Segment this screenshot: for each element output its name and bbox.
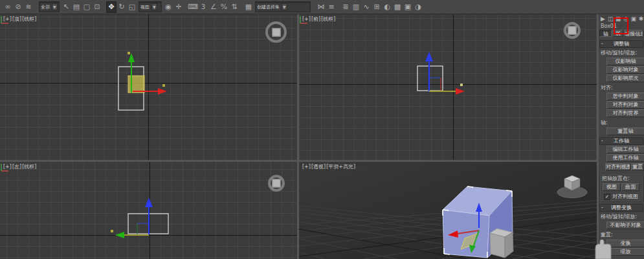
gizmo-x-arrowhead[interactable] xyxy=(158,88,167,95)
reset-button[interactable]: 重置 xyxy=(631,163,644,171)
select-and-link-icon[interactable]: ∞ xyxy=(3,1,13,13)
tab-modify[interactable]: ◫ xyxy=(608,16,614,22)
front-view-scene xyxy=(299,14,597,160)
viewcube[interactable] xyxy=(265,21,287,43)
viewport-menu-plus[interactable]: [+] xyxy=(302,16,311,22)
affect-object-only-button[interactable]: 仅影响对象 xyxy=(606,66,644,74)
3dsmax-window: ∞⊘≋全部▼↖▤▢⊡✥↻◱视图▼◉✛⌨3∠%⇅▦创建选择集▼⋈≡≣▥∿⊞◐▩▣◑… xyxy=(0,0,644,259)
viewport-front[interactable]: [+][前][线框] xyxy=(299,14,597,160)
center-to-object-button[interactable]: 居中到对象 xyxy=(606,93,644,100)
render-production-icon[interactable]: ◑ xyxy=(413,1,423,13)
schematic-view-icon[interactable]: ⊞ xyxy=(372,1,382,13)
reset-scale-button[interactable]: 缩放 xyxy=(606,248,644,256)
window-crossing-icon[interactable]: ⊡ xyxy=(92,1,102,13)
select-object-icon[interactable]: ↖ xyxy=(61,1,71,13)
viewport-menu-view[interactable]: [左] xyxy=(12,164,21,170)
gizmo-y-arrowhead[interactable] xyxy=(115,232,124,238)
viewcube[interactable] xyxy=(557,175,587,198)
gizmo-z-arrowhead[interactable] xyxy=(425,52,433,62)
align-to-view-checkbox[interactable]: ✓ xyxy=(604,194,610,200)
select-and-manipulate-icon[interactable]: ✛ xyxy=(173,1,184,13)
gizmo-plane-handle[interactable] xyxy=(128,76,144,93)
gizmo-y-arrowhead[interactable] xyxy=(128,53,135,62)
viewcube-face[interactable] xyxy=(272,28,280,36)
chevron-down-icon[interactable]: ▼ xyxy=(52,3,58,10)
percent-snap-icon[interactable]: % xyxy=(219,1,229,13)
select-by-name-icon[interactable]: ▤ xyxy=(71,1,82,13)
viewport-menu-shading[interactable]: [平滑+高光] xyxy=(326,164,355,170)
affect-hierarchy-only-button[interactable]: 仅影响层次 xyxy=(606,74,644,82)
viewport-menu-shading[interactable]: [线框] xyxy=(22,164,36,170)
mirror-icon[interactable]: ⋈ xyxy=(316,1,326,13)
viewport-menu-plus[interactable]: [+] xyxy=(3,16,12,22)
place-pivot-view-button[interactable]: 视图 xyxy=(603,183,621,191)
affect-pivot-only-button[interactable]: 仅影响轴 xyxy=(606,58,644,65)
snap-toggle-3d-icon[interactable]: 3 xyxy=(198,1,208,13)
chevron-down-icon[interactable]: ▼ xyxy=(151,3,157,10)
sep1 xyxy=(34,1,38,13)
render-setup-icon[interactable]: ▩ xyxy=(392,1,403,13)
gray-cube-object[interactable] xyxy=(490,229,513,258)
unlink-selection-icon[interactable]: ⊘ xyxy=(13,1,23,13)
viewport-menu-view[interactable]: [顶] xyxy=(12,16,21,22)
place-pivot-group: 把轴放置在: 视图 曲面 ✓ 对齐到视图 xyxy=(599,173,643,202)
rollout-header[interactable]: -工作轴 xyxy=(599,137,643,145)
viewport-perspective[interactable]: [+][透视][平滑+高光] xyxy=(299,162,597,259)
align-to-object-button[interactable]: 对齐到对象 xyxy=(606,101,644,109)
angle-snap-icon[interactable]: ∠ xyxy=(208,1,219,13)
gizmo-z-arrowhead[interactable] xyxy=(145,197,153,207)
viewport-menu-shading[interactable]: [线框] xyxy=(321,16,335,22)
viewport-left-label: [+][左][线框] xyxy=(3,163,37,170)
viewcube[interactable] xyxy=(268,175,285,192)
rollout-header[interactable]: -调整变换 xyxy=(599,204,643,212)
viewport-left[interactable]: [+][左][线框] xyxy=(0,162,297,259)
perspective-scene xyxy=(299,162,597,259)
material-editor-icon[interactable]: ◐ xyxy=(382,1,392,13)
select-and-scale-icon[interactable]: ◱ xyxy=(127,1,137,13)
viewcube[interactable] xyxy=(564,22,581,39)
chevron-down-icon[interactable]: ▼ xyxy=(282,3,287,10)
reset-pivot-button[interactable]: 重置轴 xyxy=(606,128,644,135)
align-to-view-button[interactable]: 对齐到视图 xyxy=(605,163,630,171)
use-working-pivot-button[interactable]: 使用工作轴 xyxy=(606,154,644,162)
viewport-top[interactable]: [+][顶][线框] xyxy=(0,14,297,160)
viewport-menu-plus[interactable]: [+] xyxy=(302,164,311,170)
viewport-menu-shading[interactable]: [线框] xyxy=(22,16,36,22)
select-and-move-icon[interactable]: ✥ xyxy=(106,1,117,13)
rendered-frame-window-icon[interactable]: ▣ xyxy=(403,1,413,13)
edit-working-pivot-button[interactable]: 编辑工作轴 xyxy=(606,146,644,153)
gizmo-x-arrowhead[interactable] xyxy=(456,88,465,95)
reference-coordinate-system-dropdown[interactable]: 视图▼ xyxy=(139,1,162,12)
align-icon[interactable]: ≡ xyxy=(326,1,337,13)
viewport-menu-plus[interactable]: [+] xyxy=(3,164,12,170)
rectangular-selection-region-icon[interactable]: ▢ xyxy=(82,1,92,13)
tab-display[interactable]: ▣ xyxy=(630,16,636,22)
place-pivot-surface-button[interactable]: 曲面 xyxy=(621,183,639,191)
box01-wireframe[interactable] xyxy=(417,66,443,91)
command-panel: ▶◫▦◎▣✱ Box01 轴 IK 链接信息 -调整轴 移动/旋转/缩放: 仅影… xyxy=(599,14,644,259)
alignment-label: 对齐: xyxy=(599,83,644,92)
viewcube-face[interactable] xyxy=(568,27,577,35)
subtab-pivot[interactable]: 轴 xyxy=(599,30,612,37)
align-to-world-button[interactable]: 对齐到世界 xyxy=(606,109,644,117)
curve-editor-icon[interactable]: ∿ xyxy=(361,1,372,13)
rollout-header[interactable]: -调整轴 xyxy=(599,40,643,48)
tab-utilities[interactable]: ✱ xyxy=(638,16,644,22)
viewcube-face[interactable] xyxy=(272,179,281,188)
viewport-menu-view[interactable]: [前] xyxy=(311,16,320,22)
keyboard-shortcut-override-icon[interactable]: ⌨ xyxy=(188,1,198,13)
dont-affect-children-button[interactable]: 不影响子对象 xyxy=(606,221,644,229)
viewport-menu-view[interactable]: [透视] xyxy=(311,164,326,170)
reset-transform-button[interactable]: 变换 xyxy=(606,240,644,247)
graphite-ribbon-icon[interactable]: ▥ xyxy=(351,1,361,13)
selection-filter-dropdown[interactable]: 全部▼ xyxy=(39,1,60,12)
select-and-rotate-icon[interactable]: ↻ xyxy=(117,1,127,13)
bind-to-space-warp-icon[interactable]: ≋ xyxy=(23,1,34,13)
layer-manager-icon[interactable]: ≣ xyxy=(340,1,351,13)
use-pivot-point-center-icon[interactable]: ◉ xyxy=(163,1,173,13)
spinner-snap-icon[interactable]: ⇅ xyxy=(229,1,239,13)
tab-create[interactable]: ▶ xyxy=(600,16,606,22)
place-pivot-label: 把轴放置在: xyxy=(600,174,643,183)
edit-named-selection-sets-icon[interactable]: ▦ xyxy=(243,1,254,13)
named-selection-sets-dropdown[interactable]: 创建选择集▼ xyxy=(255,1,311,12)
